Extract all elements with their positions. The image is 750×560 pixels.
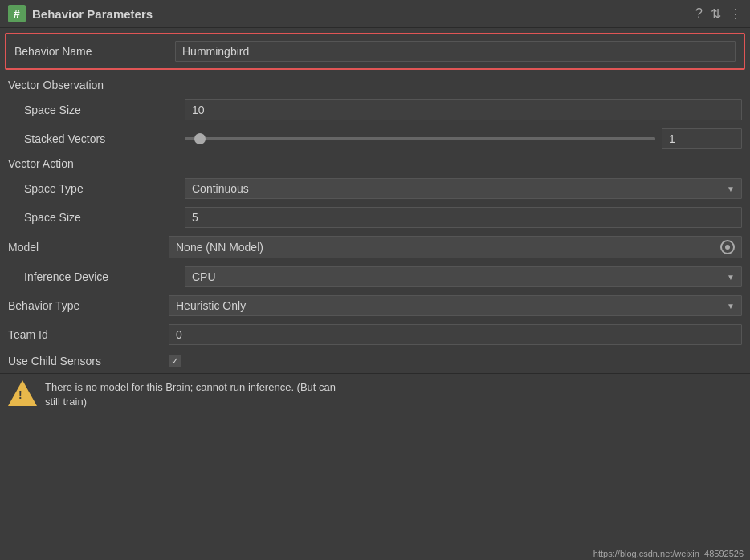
- inference-device-row: Inference Device CPU ▼: [0, 262, 750, 291]
- slider-thumb[interactable]: [194, 133, 206, 144]
- stacked-vectors-slider-container: [185, 128, 742, 149]
- help-icon[interactable]: ?: [695, 6, 703, 21]
- panel-header: # Behavior Parameters ? ⇅ ⋮: [0, 0, 750, 28]
- model-value-container: None (NN Model): [169, 236, 742, 258]
- header-icons: ? ⇅ ⋮: [695, 6, 742, 22]
- warning-bar: There is no model for this Brain; cannot…: [0, 373, 750, 416]
- behavior-parameters-panel: # Behavior Parameters ? ⇅ ⋮ Behavior Nam…: [0, 0, 750, 416]
- action-space-size-label: Space Size: [24, 211, 185, 224]
- inference-device-dropdown[interactable]: CPU ▼: [185, 266, 742, 287]
- space-type-row: Space Type Continuous ▼: [0, 174, 750, 203]
- inference-device-label: Inference Device: [24, 270, 185, 283]
- stacked-vectors-row: Stacked Vectors: [0, 124, 750, 153]
- behavior-type-dropdown-arrow: ▼: [727, 302, 735, 310]
- behavior-type-value: Heuristic Only: [176, 299, 246, 312]
- team-id-label: Team Id: [8, 328, 169, 341]
- stacked-vectors-slider[interactable]: [185, 137, 655, 140]
- stacked-vectors-label: Stacked Vectors: [24, 132, 185, 145]
- content-area: Vector Observation Space Size Stacked Ve…: [0, 75, 750, 373]
- team-id-row: Team Id: [0, 320, 750, 349]
- panel-title: Behavior Parameters: [32, 7, 689, 21]
- use-child-sensors-checkbox[interactable]: ✓: [169, 355, 181, 367]
- behavior-name-row: Behavior Name: [5, 33, 745, 70]
- space-size-label: Space Size: [24, 103, 185, 116]
- behavior-name-label: Behavior Name: [14, 45, 175, 58]
- inference-device-value: CPU: [192, 270, 216, 283]
- stacked-vectors-value-input[interactable]: [662, 128, 742, 149]
- use-child-sensors-label: Use Child Sensors: [8, 355, 169, 367]
- vector-observation-header: Vector Observation: [0, 75, 750, 95]
- model-value: None (NN Model): [176, 241, 263, 254]
- behavior-type-row: Behavior Type Heuristic Only ▼: [0, 291, 750, 320]
- action-space-size-input[interactable]: [185, 207, 742, 228]
- component-icon: #: [8, 5, 26, 22]
- behavior-type-label: Behavior Type: [8, 299, 169, 312]
- space-size-input[interactable]: [185, 99, 742, 120]
- space-type-dropdown-arrow: ▼: [727, 185, 735, 193]
- space-size-row: Space Size: [0, 95, 750, 124]
- space-type-label: Space Type: [24, 182, 185, 195]
- more-icon[interactable]: ⋮: [729, 6, 742, 22]
- model-target-icon[interactable]: [720, 240, 735, 254]
- model-row: Model None (NN Model): [0, 232, 750, 262]
- inference-device-dropdown-arrow: ▼: [727, 273, 735, 282]
- behavior-name-input[interactable]: [175, 41, 736, 62]
- model-label: Model: [8, 241, 169, 254]
- warning-text: There is no model for this Brain; cannot…: [45, 380, 742, 409]
- slider-track: [185, 137, 655, 140]
- vector-action-header: Vector Action: [0, 153, 750, 174]
- settings-icon[interactable]: ⇅: [711, 6, 721, 22]
- model-target-inner: [725, 245, 730, 250]
- team-id-input[interactable]: [169, 324, 742, 345]
- warning-icon: [8, 380, 37, 406]
- behavior-type-dropdown[interactable]: Heuristic Only ▼: [169, 295, 742, 316]
- watermark: https://blog.csdn.net/weixin_48592526: [593, 549, 744, 558]
- space-type-value: Continuous: [192, 182, 249, 195]
- action-space-size-row: Space Size: [0, 203, 750, 232]
- use-child-sensors-row: Use Child Sensors ✓: [0, 349, 750, 373]
- space-type-dropdown[interactable]: Continuous ▼: [185, 178, 742, 199]
